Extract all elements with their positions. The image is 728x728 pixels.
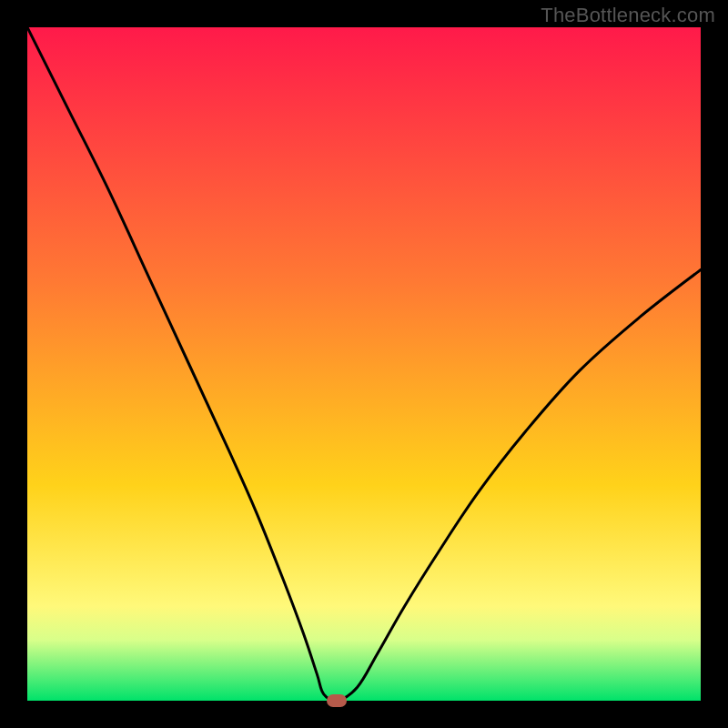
chart-svg [27, 27, 701, 701]
plot-area [27, 27, 701, 701]
min-marker [327, 694, 347, 707]
watermark-text: TheBottleneck.com [541, 4, 715, 27]
chart-frame: TheBottleneck.com [0, 0, 728, 728]
bottleneck-curve [27, 27, 701, 701]
